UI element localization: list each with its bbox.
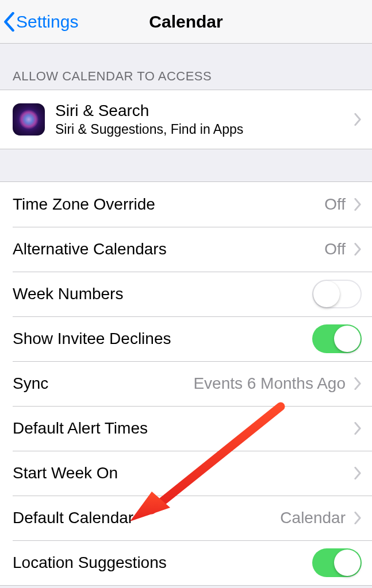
siri-icon xyxy=(13,103,45,136)
start-week-on-cell[interactable]: Start Week On xyxy=(0,451,372,496)
chevron-right-icon xyxy=(354,198,362,211)
chevron-left-icon xyxy=(3,12,15,32)
chevron-right-icon xyxy=(354,377,362,390)
sync-label: Sync xyxy=(13,374,48,392)
section-spacer xyxy=(0,149,372,181)
sync-value: Events 6 Months Ago xyxy=(193,374,346,393)
chevron-right-icon xyxy=(354,512,362,524)
sync-cell[interactable]: Sync Events 6 Months Ago xyxy=(0,361,372,406)
time-zone-override-value: Off xyxy=(324,195,346,214)
siri-search-cell[interactable]: Siri & Search Siri & Suggestions, Find i… xyxy=(0,90,372,149)
location-suggestions-toggle[interactable] xyxy=(312,548,362,577)
alternative-calendars-value: Off xyxy=(324,240,346,258)
siri-cell-body: Siri & Search Siri & Suggestions, Find i… xyxy=(55,101,346,138)
back-label: Settings xyxy=(16,12,78,32)
default-calendar-cell[interactable]: Default Calendar Calendar xyxy=(0,496,372,540)
show-invitee-declines-cell: Show Invitee Declines xyxy=(0,316,372,361)
access-group: Siri & Search Siri & Suggestions, Find i… xyxy=(0,90,372,149)
start-week-on-label: Start Week On xyxy=(13,464,118,482)
calendar-settings-group: Time Zone Override Off Alternative Calen… xyxy=(0,181,372,586)
default-calendar-value: Calendar xyxy=(280,509,346,527)
show-invitee-declines-label: Show Invitee Declines xyxy=(13,330,171,347)
siri-subtitle: Siri & Suggestions, Find in Apps xyxy=(55,121,346,138)
week-numbers-cell: Week Numbers xyxy=(0,272,372,316)
siri-title: Siri & Search xyxy=(55,101,346,121)
location-suggestions-cell: Location Suggestions xyxy=(0,540,372,585)
nav-bar: Settings Calendar xyxy=(0,0,372,44)
chevron-right-icon xyxy=(354,113,362,126)
week-numbers-toggle[interactable] xyxy=(312,280,362,308)
chevron-right-icon xyxy=(354,422,362,435)
week-numbers-label: Week Numbers xyxy=(13,285,123,303)
default-alert-times-label: Default Alert Times xyxy=(13,419,148,437)
default-alert-times-cell[interactable]: Default Alert Times xyxy=(0,406,372,451)
time-zone-override-cell[interactable]: Time Zone Override Off xyxy=(0,182,372,227)
chevron-right-icon xyxy=(354,467,362,479)
section-header-allow-access: ALLOW CALENDAR TO ACCESS xyxy=(0,44,372,90)
show-invitee-declines-toggle[interactable] xyxy=(312,324,362,353)
chevron-right-icon xyxy=(354,243,362,256)
location-suggestions-label: Location Suggestions xyxy=(13,554,167,571)
back-button[interactable]: Settings xyxy=(3,12,78,32)
alternative-calendars-cell[interactable]: Alternative Calendars Off xyxy=(0,227,372,272)
default-calendar-label: Default Calendar xyxy=(13,509,133,527)
alternative-calendars-label: Alternative Calendars xyxy=(13,240,167,258)
time-zone-override-label: Time Zone Override xyxy=(13,195,155,213)
